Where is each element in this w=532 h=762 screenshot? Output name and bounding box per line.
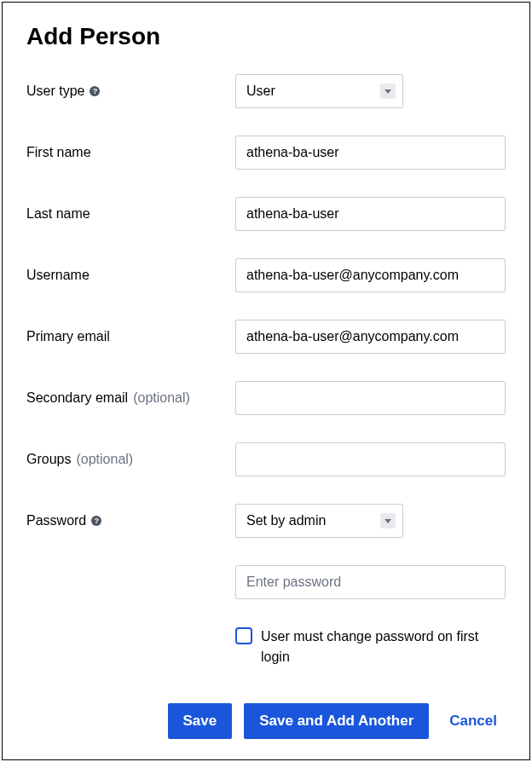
change-password-checkbox[interactable] <box>235 627 252 644</box>
primary-email-label: Primary email <box>26 329 235 344</box>
secondary-email-label-text: Secondary email <box>26 390 128 406</box>
user-type-row: User type ? User <box>26 74 506 108</box>
password-mode-select[interactable]: Set by admin <box>235 504 403 538</box>
last-name-row: Last name <box>26 197 506 231</box>
username-row: Username <box>26 258 506 292</box>
help-icon[interactable]: ? <box>90 86 100 96</box>
password-label-text: Password <box>26 513 86 528</box>
change-password-label: User must change password on first login <box>261 626 506 667</box>
cancel-button[interactable]: Cancel <box>441 703 506 739</box>
chevron-down-icon <box>380 84 396 99</box>
first-name-label: First name <box>26 145 235 160</box>
user-type-value: User <box>246 84 275 99</box>
user-type-select[interactable]: User <box>235 74 403 108</box>
user-type-label-text: User type <box>26 84 84 99</box>
username-label: Username <box>26 268 235 283</box>
first-name-label-text: First name <box>26 145 91 160</box>
secondary-email-label: Secondary email (optional) <box>26 390 235 406</box>
groups-input[interactable] <box>235 442 506 476</box>
secondary-email-row: Secondary email (optional) <box>26 381 506 415</box>
optional-text: (optional) <box>133 390 190 406</box>
password-input[interactable] <box>235 565 506 599</box>
groups-label: Groups (optional) <box>26 452 235 467</box>
password-label: Password ? <box>26 513 235 528</box>
button-row: Save Save and Add Another Cancel <box>26 703 506 739</box>
page-title: Add Person <box>26 23 506 50</box>
password-input-row <box>26 565 506 599</box>
last-name-input[interactable] <box>235 197 506 231</box>
change-password-row: User must change password on first login <box>26 626 506 667</box>
help-icon[interactable]: ? <box>91 516 101 526</box>
user-type-label: User type ? <box>26 84 235 99</box>
save-button[interactable]: Save <box>168 703 233 739</box>
last-name-label: Last name <box>26 206 235 222</box>
username-input[interactable] <box>235 258 506 292</box>
optional-text: (optional) <box>76 452 133 467</box>
groups-row: Groups (optional) <box>26 442 506 476</box>
add-person-form: User type ? User First name Last name <box>26 74 506 669</box>
primary-email-row: Primary email <box>26 320 506 354</box>
secondary-email-input[interactable] <box>235 381 506 415</box>
save-add-another-button[interactable]: Save and Add Another <box>244 703 429 739</box>
primary-email-label-text: Primary email <box>26 329 110 344</box>
primary-email-input[interactable] <box>235 320 506 354</box>
first-name-row: First name <box>26 136 506 170</box>
username-label-text: Username <box>26 268 90 283</box>
chevron-down-icon <box>380 513 396 528</box>
groups-label-text: Groups <box>26 452 71 467</box>
password-row: Password ? Set by admin <box>26 504 506 538</box>
first-name-input[interactable] <box>235 136 506 170</box>
password-mode-value: Set by admin <box>246 513 326 528</box>
last-name-label-text: Last name <box>26 206 90 222</box>
